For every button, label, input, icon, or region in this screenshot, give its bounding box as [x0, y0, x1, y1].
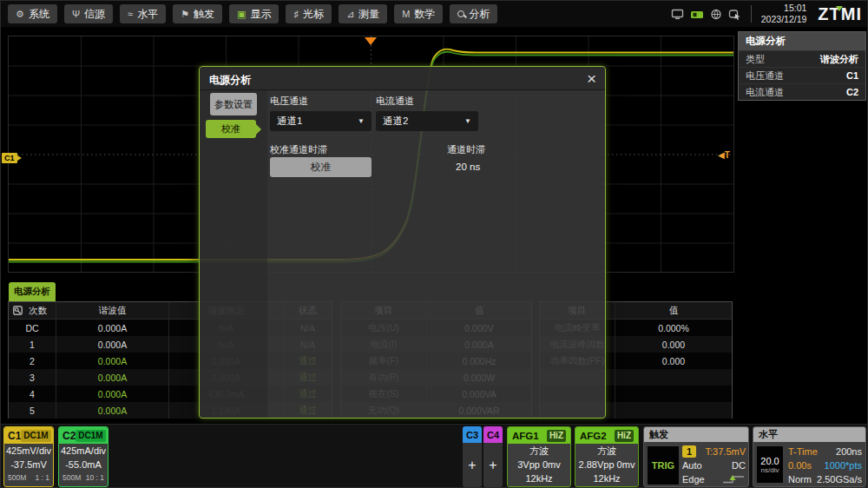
channel4-id: C4: [483, 426, 503, 443]
header-label: 值: [615, 302, 732, 319]
afg1-box[interactable]: AFG1HiZ 方波 3Vpp 0mv 12kHz: [507, 426, 571, 487]
c1-ground-marker[interactable]: C1: [2, 153, 17, 163]
channel-skew-label: 通道时滞: [447, 143, 485, 156]
menu-button-system[interactable]: ⚙系统: [8, 4, 57, 23]
clock-time: 15:01: [761, 3, 807, 14]
trigger-coupling: DC: [732, 460, 746, 471]
power-analysis-dialog: 电源分析 × 参数设置 校准 电压通道 通道1 ▼ 电流通道 通道2 ▼ 校准通…: [199, 66, 606, 419]
afg2-load-badge: HiZ: [615, 430, 634, 442]
tab-calibration[interactable]: 校准: [206, 120, 256, 138]
timebase-box: 20.0 ns/div: [757, 446, 783, 483]
menu-button-source[interactable]: Ψ信源: [64, 4, 113, 23]
timebase-value: 20.0: [760, 456, 779, 466]
trigger-status: TRIG: [648, 446, 679, 485]
menu-button-cursor[interactable]: ♯光标: [286, 4, 332, 23]
record-points: 1000*pts: [825, 460, 862, 471]
panel-row-voltage-channel: 电压通道 C1: [739, 67, 865, 83]
menu-label: 数学: [414, 7, 435, 22]
menu-label: 分析: [469, 7, 490, 22]
analysis-summary-panel: 电源分析 类型 谐波分析 电压通道 C1 电流通道 C2: [738, 31, 866, 101]
afg1-waveform: 方波: [508, 444, 570, 458]
close-icon[interactable]: ×: [587, 68, 596, 89]
display-status-icon[interactable]: [671, 9, 684, 20]
dialog-title: 电源分析: [209, 73, 251, 88]
results-tab-power-analysis[interactable]: 电源分析: [9, 282, 56, 301]
trigger-mode: Auto: [682, 460, 702, 471]
trigger-position-marker: [365, 37, 377, 45]
acquisition-mode: Norm: [788, 474, 812, 485]
calibrate-skew-label: 校准通道时滞: [270, 143, 327, 156]
channel3-box[interactable]: C3 +: [463, 426, 482, 487]
row-label: 电压通道: [746, 69, 784, 82]
menu-button-horizontal[interactable]: ≈水平: [120, 4, 166, 23]
channel1-box[interactable]: C1DC1M 425mV/div -37.5mV 500M1 : 1: [3, 426, 54, 487]
menu-button-display[interactable]: ▣显示: [229, 4, 279, 23]
cursor-grid-icon: ♯: [293, 10, 299, 19]
channel4-box[interactable]: C4 +: [483, 426, 503, 487]
trigger-level-value: T:37.5mV: [706, 446, 746, 457]
sample-rate: 2.50GSa/s: [817, 474, 862, 485]
channel2-coupling-badge: DC1M: [76, 430, 105, 442]
horizontal-panel-title: 水平: [753, 427, 865, 442]
menu-button-trigger[interactable]: ⚑触发: [173, 4, 222, 23]
row-label: 类型: [746, 53, 765, 66]
voltage-channel-select[interactable]: 通道1 ▼: [270, 111, 372, 131]
usb-status-icon[interactable]: [690, 9, 704, 20]
panel-row-type: 类型 谐波分析: [739, 50, 865, 67]
afg2-waveform: 方波: [575, 444, 638, 458]
network-status-icon[interactable]: [710, 9, 722, 20]
channel4-add-button[interactable]: +: [483, 443, 503, 487]
menu-buttons: ⚙系统 Ψ信源 ≈水平 ⚑触发 ▣显示 ♯光标 ⊿测量 M数学 分析: [1, 4, 497, 23]
clock-date: 2023/12/19: [761, 14, 807, 25]
channel1-offset: -37.5mV: [4, 458, 53, 472]
horizontal-panel[interactable]: 水平 20.0 ns/div T-Time 200ns 0.00s 1000*p…: [753, 426, 866, 487]
menu-button-measure[interactable]: ⊿测量: [339, 4, 387, 23]
menu-label: 测量: [358, 7, 379, 22]
channel3-add-button[interactable]: +: [463, 443, 482, 487]
menu-label: 显示: [250, 7, 271, 22]
row-value: 谐波分析: [820, 53, 858, 66]
math-icon: M: [402, 10, 410, 19]
row-value: C1: [846, 70, 858, 81]
selected-value: 通道2: [383, 115, 408, 128]
channel1-bandwidth: 500M: [8, 473, 26, 482]
channel2-probe-ratio: 10 : 1: [86, 473, 104, 482]
current-channel-select[interactable]: 通道2 ▼: [376, 111, 478, 131]
t-time-value: 200ns: [836, 446, 862, 457]
channel2-offset: -55.0mA: [59, 458, 108, 472]
display-grid-icon: ▣: [237, 10, 246, 19]
oscilloscope-screen: ⚙系统 Ψ信源 ≈水平 ⚑触发 ▣显示 ♯光标 ⊿测量 M数学 分析: [0, 0, 868, 488]
channel2-id: C2: [62, 430, 76, 442]
afg2-id: AFG2: [580, 431, 607, 441]
channel1-id: C1: [8, 430, 21, 442]
trigger-level-marker[interactable]: ◀T: [718, 150, 730, 160]
menu-button-analysis[interactable]: 分析: [450, 4, 497, 23]
header-label: 次数: [29, 305, 47, 317]
header-order: 次数: [9, 302, 56, 319]
channel1-coupling-badge: DC1M: [21, 430, 50, 442]
channel1-scale: 425mV/div: [4, 444, 53, 458]
gear-icon: ⚙: [16, 10, 24, 19]
panel-row-current-channel: 电流通道 C2: [739, 83, 865, 100]
dialog-header[interactable]: 电源分析 ×: [200, 67, 605, 90]
calibrate-button[interactable]: 校准: [270, 157, 372, 177]
row-value: C2: [846, 87, 858, 97]
afg2-box[interactable]: AFG2HiZ 方波 2.88Vpp 0mv 12kHz: [575, 426, 639, 487]
menu-button-math[interactable]: M数学: [394, 4, 443, 23]
afg1-load-badge: HiZ: [547, 430, 566, 442]
tab-parameter-settings[interactable]: 参数设置: [210, 93, 257, 115]
menu-label: 信源: [84, 7, 105, 22]
voltage-channel-label: 电压通道: [270, 95, 308, 108]
t-time-label: T-Time: [788, 446, 818, 457]
channel1-probe-ratio: 1 : 1: [35, 473, 49, 482]
measure-icon: ⊿: [346, 10, 354, 19]
trigger-type: Edge: [682, 474, 705, 485]
trigger-panel[interactable]: 触发 TRIG 1 T:37.5mV Auto DC Edge: [643, 426, 749, 487]
channel2-bandwidth: 500M: [62, 473, 81, 482]
channel2-box[interactable]: C2DC1M 425mA/div -55.0mA 500M10 : 1: [58, 426, 108, 487]
touch-status-icon[interactable]: [728, 9, 741, 20]
harmonics-table-icon: [13, 306, 23, 315]
afg1-amplitude: 3Vpp 0mv: [508, 458, 570, 472]
header-label: 谐波值: [56, 302, 169, 319]
edge-trigger-icon: [721, 474, 746, 485]
